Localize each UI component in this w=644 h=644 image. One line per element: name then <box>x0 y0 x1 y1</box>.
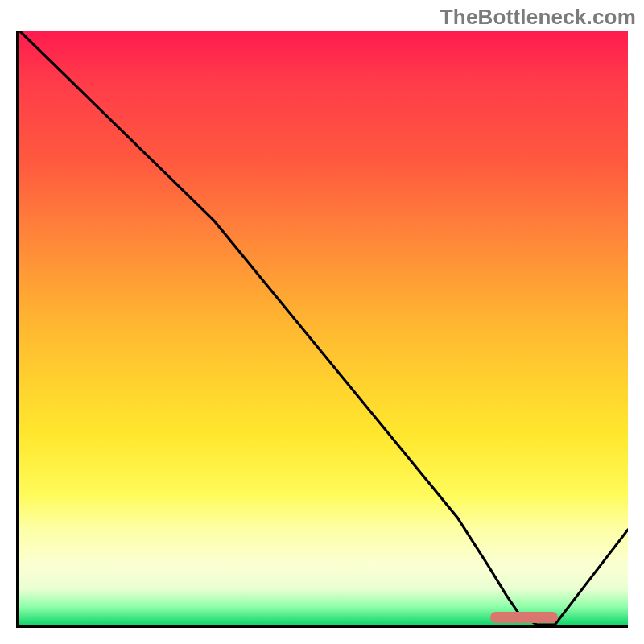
plot-area <box>16 31 628 628</box>
bottleneck-curve <box>19 31 628 625</box>
watermark-text: TheBottleneck.com <box>440 5 636 30</box>
optimal-range-marker <box>490 612 558 623</box>
